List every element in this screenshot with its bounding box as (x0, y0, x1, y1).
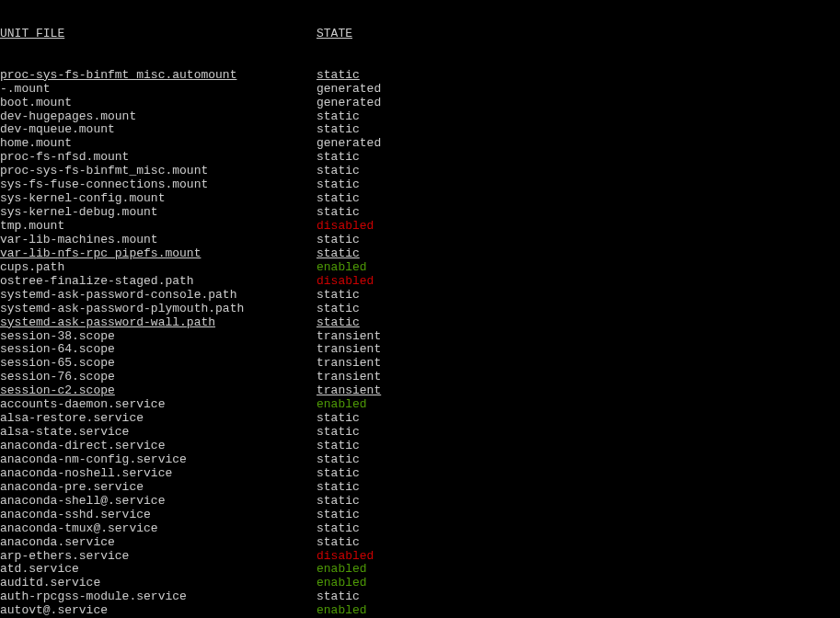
unit-state: static (316, 302, 360, 315)
unit-state: disabled (316, 549, 374, 563)
unit-state: generated (316, 96, 381, 109)
unit-file-name: anaconda-noshell.service (0, 467, 172, 480)
unit-file-name: -.mount (0, 83, 51, 96)
table-row: anaconda-pre.servicestatic (0, 481, 840, 495)
unit-file-name: session-c2.scope (0, 384, 115, 397)
unit-file-name: alsa-restore.service (0, 412, 144, 425)
unit-state: static (316, 122, 360, 136)
unit-file-name: sys-fs-fuse-connections.mount (0, 178, 208, 191)
unit-state: static (316, 315, 360, 329)
table-row: systemd-ask-password-wall.pathstatic (0, 316, 840, 330)
unit-state: generated (316, 82, 381, 96)
table-row: atd.serviceenabled (0, 563, 840, 577)
unit-file-name: anaconda.service (0, 536, 115, 549)
unit-state: transient (316, 342, 381, 356)
unit-file-name: ostree-finalize-staged.path (0, 275, 194, 288)
unit-state: static (316, 164, 360, 177)
unit-state: enabled (316, 576, 367, 589)
unit-state: static (316, 521, 360, 535)
unit-file-name: auth-rpcgss-module.service (0, 590, 187, 603)
unit-file-name: sys-kernel-config.mount (0, 192, 165, 205)
unit-state: static (316, 191, 360, 205)
table-row: anaconda.servicestatic (0, 536, 840, 550)
unit-file-name: anaconda-direct.service (0, 440, 165, 452)
table-row: anaconda-shell@.servicestatic (0, 495, 840, 509)
table-row: home.mountgenerated (0, 137, 840, 151)
table-row: session-64.scopetransient (0, 343, 840, 357)
terminal-output[interactable]: UNIT FILE STATE proc-sys-fs-binfmt_misc.… (0, 0, 840, 618)
header-unit-label: UNIT FILE (0, 28, 64, 40)
unit-file-name: session-65.scope (0, 357, 115, 370)
table-row: proc-sys-fs-binfmt_misc.automountstatic (0, 69, 840, 83)
table-row: ostree-finalize-staged.pathdisabled (0, 275, 840, 289)
unit-file-name: var-lib-machines.mount (0, 234, 158, 246)
table-row: anaconda-noshell.servicestatic (0, 467, 840, 481)
unit-file-name: anaconda-pre.service (0, 481, 144, 494)
table-row: auditd.serviceenabled (0, 577, 840, 590)
unit-file-name: atd.service (0, 563, 79, 576)
unit-file-name: anaconda-tmux@.service (0, 522, 158, 535)
table-row: systemd-ask-password-plymouth.pathstatic (0, 303, 840, 316)
table-row: systemd-ask-password-console.pathstatic (0, 289, 840, 303)
unit-state: static (316, 150, 360, 164)
unit-state: generated (316, 136, 381, 150)
unit-file-name: accounts-daemon.service (0, 398, 165, 411)
unit-file-name: tmp.mount (0, 220, 64, 233)
table-row: -.mountgenerated (0, 83, 840, 97)
unit-state: transient (316, 383, 381, 397)
table-row: proc-sys-fs-binfmt_misc.mountstatic (0, 165, 840, 178)
table-row: var-lib-nfs-rpc_pipefs.mountstatic (0, 247, 840, 261)
table-row: var-lib-machines.mountstatic (0, 234, 840, 247)
unit-file-name: anaconda-shell@.service (0, 495, 165, 508)
unit-file-name: dev-hugepages.mount (0, 110, 136, 123)
table-row: session-76.scopetransient (0, 371, 840, 384)
unit-file-name: arp-ethers.service (0, 550, 129, 563)
unit-file-name: sys-kernel-debug.mount (0, 206, 158, 219)
unit-state: static (316, 535, 360, 549)
unit-file-name: anaconda-sshd.service (0, 509, 151, 521)
table-header: UNIT FILE STATE (0, 28, 840, 41)
unit-state: enabled (316, 260, 367, 274)
unit-file-name: dev-mqueue.mount (0, 123, 115, 136)
unit-file-name: systemd-ask-password-console.path (0, 289, 236, 302)
unit-file-name: session-76.scope (0, 371, 115, 383)
unit-file-name: autovt@.service (0, 604, 108, 617)
unit-file-name: home.mount (0, 137, 72, 150)
unit-state: static (316, 109, 360, 123)
table-row: cups.pathenabled (0, 261, 840, 275)
unit-state: static (316, 246, 360, 260)
table-row: autovt@.serviceenabled (0, 604, 840, 618)
table-row: session-38.scopetransient (0, 330, 840, 344)
unit-state: static (316, 425, 360, 439)
unit-state: static (316, 205, 360, 219)
unit-state: static (316, 411, 360, 425)
unit-state: static (316, 68, 360, 82)
table-row: boot.mountgenerated (0, 97, 840, 110)
table-row: sys-kernel-config.mountstatic (0, 192, 840, 206)
table-row: tmp.mountdisabled (0, 220, 840, 234)
unit-file-name: cups.path (0, 261, 64, 274)
unit-state: transient (316, 329, 381, 343)
unit-state: disabled (316, 219, 374, 233)
table-row: arp-ethers.servicedisabled (0, 550, 840, 564)
unit-state: transient (316, 356, 381, 370)
unit-state: disabled (316, 274, 374, 288)
unit-list: proc-sys-fs-binfmt_misc.automountstatic-… (0, 69, 840, 618)
unit-state: static (316, 494, 360, 508)
unit-state: static (316, 452, 360, 466)
unit-file-name: var-lib-nfs-rpc_pipefs.mount (0, 247, 201, 260)
unit-file-name: proc-fs-nfsd.mount (0, 151, 129, 164)
unit-file-name: systemd-ask-password-plymouth.path (0, 303, 244, 315)
unit-state: static (316, 233, 360, 246)
unit-file-name: session-38.scope (0, 330, 115, 343)
unit-state: transient (316, 370, 381, 383)
unit-file-name: anaconda-nm-config.service (0, 453, 187, 466)
table-row: anaconda-nm-config.servicestatic (0, 453, 840, 467)
table-row: auth-rpcgss-module.servicestatic (0, 590, 840, 604)
table-row: dev-hugepages.mountstatic (0, 110, 840, 124)
table-row: dev-mqueue.mountstatic (0, 123, 840, 137)
unit-file-name: systemd-ask-password-wall.path (0, 316, 215, 329)
unit-file-name: proc-sys-fs-binfmt_misc.automount (0, 69, 236, 82)
unit-file-name: auditd.service (0, 577, 100, 589)
table-row: sys-fs-fuse-connections.mountstatic (0, 178, 840, 192)
